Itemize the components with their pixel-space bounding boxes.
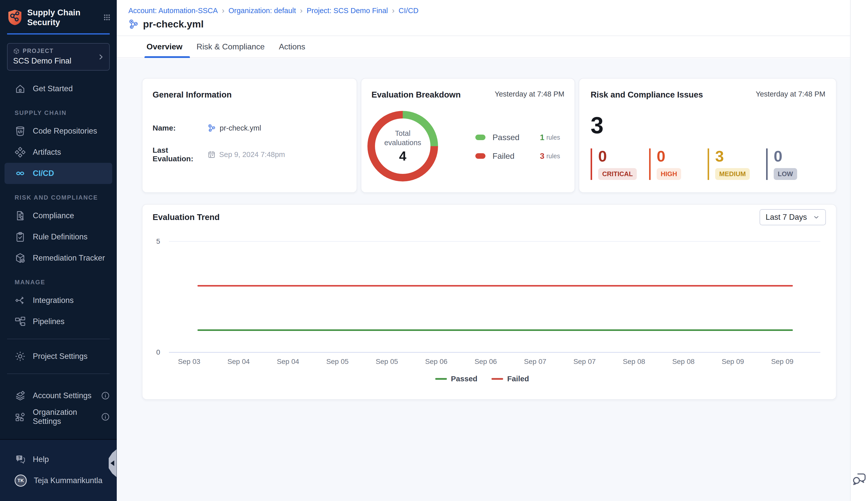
svg-text:0: 0 [156, 348, 160, 356]
legend-row-passed: Passed 1 rules [475, 128, 560, 147]
breadcrumb-separator: › [300, 6, 303, 15]
tab-bar: Overview Risk & Compliance Actions [117, 36, 850, 58]
sidebar-item-label: Get Started [33, 84, 73, 93]
breadcrumb-project-link[interactable]: Project: SCS Demo Final [307, 7, 388, 15]
cube-icon [13, 48, 20, 54]
project-selector[interactable]: PROJECT SCS Demo Final [7, 43, 110, 71]
sidebar-item-project-settings[interactable]: Project Settings [0, 346, 117, 367]
sidebar-item-rule-definitions[interactable]: Rule Definitions [0, 226, 117, 247]
gear-icon [14, 351, 26, 362]
collapse-left-arrow-icon [111, 460, 114, 466]
sidebar-item-label: Account Settings [33, 391, 92, 400]
active-tab-underline [145, 56, 190, 58]
legend-label: Passed [492, 133, 540, 142]
breadcrumb-separator: › [222, 6, 224, 15]
share-integrations-icon [14, 295, 26, 306]
page-header: Account: Automation-SSCA › Organization:… [117, 0, 850, 36]
svg-text:Sep 07: Sep 07 [524, 358, 546, 365]
chat-bubbles-icon[interactable] [851, 471, 867, 487]
tab-label: Actions [279, 42, 305, 51]
sidebar-divider [7, 339, 110, 339]
breadcrumb-cicd-link[interactable]: CI/CD [399, 7, 419, 15]
card-title: Risk and Compliance Issues [590, 90, 703, 99]
evaluation-trend-card: Evaluation Trend Last 7 Days 05Sep 03Sep… [142, 204, 836, 400]
last-evaluation-label: Last Evaluation: [153, 146, 208, 163]
low-count: 0 [774, 148, 825, 164]
sidebar-item-label: Organization Settings [33, 408, 94, 426]
card-title: Evaluation Trend [153, 212, 220, 222]
svg-text:Sep 04: Sep 04 [277, 358, 299, 365]
svg-text:Sep 03: Sep 03 [178, 358, 200, 365]
sidebar-item-code-repositories[interactable]: Code Repositories [0, 120, 117, 142]
sidebar-item-help[interactable]: ? Help [0, 449, 117, 470]
breadcrumb-organization-link[interactable]: Organization: default [229, 7, 296, 15]
sidebar-item-label: Integrations [33, 296, 74, 305]
breadcrumb-separator: › [392, 6, 395, 15]
help-chat-icon: ? [14, 454, 26, 465]
org-chart-gear-icon [14, 411, 26, 422]
info-icon[interactable] [101, 391, 110, 401]
sidebar-item-account-settings[interactable]: Account Settings [0, 385, 117, 406]
tab-overview[interactable]: Overview [146, 36, 183, 57]
sidebar-item-cicd[interactable]: CI/CD [4, 163, 112, 184]
tab-actions[interactable]: Actions [278, 36, 306, 57]
user-name: Teja Kummarikuntla [34, 476, 102, 485]
sidebar-section-risk-compliance: RISK AND COMPLIANCE [0, 190, 117, 205]
infinity-cicd-icon [14, 168, 26, 179]
sidebar-item-pipelines[interactable]: Pipelines [0, 311, 117, 332]
sidebar-item-label: Artifacts [33, 148, 61, 157]
svg-text:?: ? [18, 456, 20, 460]
failed-line-swatch-icon [491, 378, 503, 380]
breadcrumb-account-link[interactable]: Account: Automation-SSCA [128, 7, 218, 15]
tab-risk-compliance[interactable]: Risk & Compliance [196, 36, 265, 57]
high-count: 0 [657, 148, 708, 164]
user-menu[interactable]: TK Teja Kummarikuntla [0, 470, 117, 491]
right-rail [850, 0, 868, 501]
layers-gear-icon [14, 390, 26, 401]
pipeline-icon [128, 19, 139, 30]
page-title: pr-check.yml [143, 19, 204, 30]
trend-legend-failed: Failed [507, 374, 529, 383]
sidebar-item-label: Help [33, 455, 49, 464]
app-logo-row: Supply Chain Security [0, 0, 117, 27]
evaluation-donut: Total evaluations 4 [367, 111, 438, 181]
sidebar-section-manage: MANAGE [0, 275, 117, 290]
sidebar-item-remediation-tracker[interactable]: Remediation Tracker [0, 247, 117, 269]
svg-text:Sep 06: Sep 06 [425, 358, 448, 365]
risk-compliance-issues-card: Risk and Compliance Issues Yesterday at … [579, 78, 836, 193]
sidebar-section-supply-chain: SUPPLY CHAIN [0, 105, 117, 120]
time-range-select[interactable]: Last 7 Days [760, 209, 826, 225]
sidebar-item-label: CI/CD [33, 169, 54, 178]
critical-count: 0 [598, 148, 649, 164]
sidebar-item-get-started[interactable]: Get Started [0, 78, 117, 99]
sidebar-item-label: Remediation Tracker [33, 254, 105, 263]
severity-critical: 0 CRITICAL [590, 148, 649, 180]
issues-timestamp: Yesterday at 7:48 PM [756, 90, 825, 98]
shield-logo-icon [7, 9, 23, 26]
sidebar-item-artifacts[interactable]: Artifacts [0, 142, 117, 163]
info-icon[interactable] [101, 412, 110, 422]
svg-text:Sep 06: Sep 06 [474, 358, 497, 365]
sidebar-divider [7, 373, 110, 374]
module-accent-line [7, 33, 110, 34]
evaluation-breakdown-card: Evaluation Breakdown Yesterday at 7:48 P… [361, 78, 575, 193]
last-evaluation-value: Sep 9, 2024 7:48pm [219, 150, 285, 159]
sidebar-item-compliance[interactable]: Compliance [0, 205, 117, 226]
passed-swatch-icon [475, 135, 485, 140]
name-label: Name: [153, 124, 208, 132]
sidebar-item-label: Compliance [33, 211, 74, 220]
artifacts-diamonds-icon [14, 147, 26, 158]
total-issues-count: 3 [590, 114, 825, 137]
severity-medium: 3 MEDIUM [708, 148, 766, 180]
low-badge: LOW [774, 168, 797, 180]
sidebar-item-label: Code Repositories [33, 127, 97, 136]
app-title: Supply Chain Security [27, 8, 84, 27]
pipelines-flow-icon [14, 316, 26, 327]
sidebar-item-organization-settings[interactable]: Organization Settings [0, 406, 117, 427]
app-switcher-grid-icon[interactable] [103, 14, 111, 21]
svg-text:5: 5 [156, 237, 160, 245]
card-title: General Information [153, 90, 346, 99]
sidebar-footer: ? Help TK Teja Kummarikuntla [0, 439, 117, 501]
sidebar-item-integrations[interactable]: Integrations [0, 290, 117, 311]
svg-text:Sep 05: Sep 05 [376, 358, 398, 365]
